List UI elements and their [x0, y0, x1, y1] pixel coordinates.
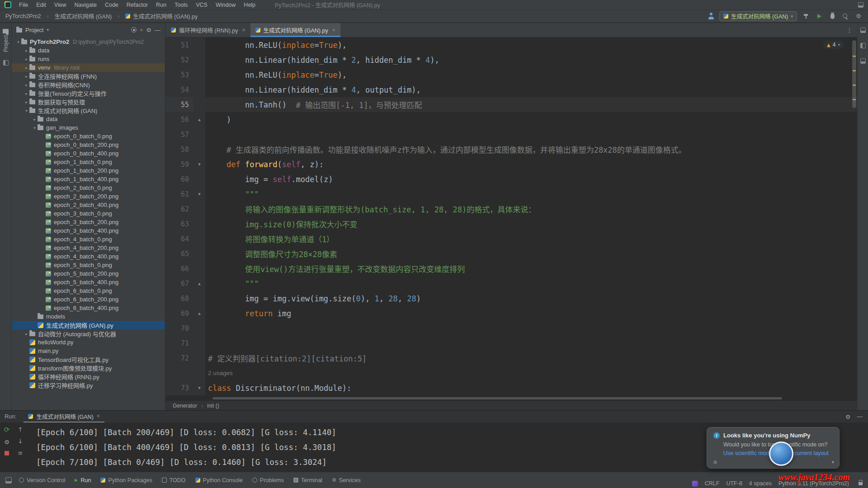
status-item-terminal[interactable]: ›Terminal	[293, 477, 322, 483]
tree-item[interactable]: epoch_4_batch_200.png	[12, 244, 165, 252]
settings-button[interactable]: ⚙	[854, 12, 863, 20]
line-separator-widget[interactable]: CRLF	[705, 480, 720, 487]
menu-item-tools[interactable]: Tools	[170, 0, 192, 9]
tree-item[interactable]: ▸张量(Tensor)的定义与操作	[12, 89, 165, 98]
menu-item-vcs[interactable]: VCS	[192, 0, 212, 9]
close-icon[interactable]: ×	[332, 27, 335, 33]
run-tab[interactable]: 生成式对抗网络 (GAN) ×	[24, 411, 104, 422]
debug-button[interactable]	[828, 12, 836, 20]
breadcrumb-item[interactable]: PyTorch2Pro2	[5, 13, 41, 19]
tree-expand-icon[interactable]: ▸	[24, 100, 29, 104]
tree-item[interactable]: 迁移学习神经网络.py	[12, 381, 165, 389]
tree-item[interactable]: epoch_3_batch_0.png	[12, 209, 165, 218]
editor-tab[interactable]: 循环神经网络 (RNN).py×	[166, 23, 250, 37]
tree-item[interactable]: epoch_0_batch_400.png	[12, 149, 165, 158]
search-everywhere-button[interactable]	[841, 12, 849, 20]
build-button[interactable]	[802, 12, 810, 20]
notifications-tool-icon[interactable]	[860, 28, 866, 33]
tool-window-switcher-icon[interactable]	[5, 477, 12, 483]
close-icon[interactable]: ×	[242, 27, 245, 33]
tree-expand-icon[interactable]: ▸	[24, 74, 29, 79]
tree-item[interactable]: ▸data	[12, 46, 165, 55]
tree-item[interactable]: ▸自动微分 (Autograd) 与优化器	[12, 329, 165, 338]
tree-expand-icon[interactable]: ▸	[32, 117, 38, 122]
tree-item[interactable]: epoch_1_batch_400.png	[12, 175, 165, 183]
status-item-version-control[interactable]: Version Control	[19, 477, 65, 483]
locate-file-button[interactable]	[131, 27, 137, 33]
tree-item[interactable]: epoch_5_batch_200.png	[12, 269, 165, 278]
tree-item[interactable]: epoch_6_batch_0.png	[12, 286, 165, 295]
structure-tool-icon[interactable]	[3, 60, 9, 66]
tree-expand-icon[interactable]: ▾	[32, 126, 38, 130]
rerun-button[interactable]: ⟳	[4, 427, 10, 433]
menu-item-refactor[interactable]: Refactor	[123, 0, 152, 9]
tree-item[interactable]: 循环神经网络 (RNN).py	[12, 372, 165, 381]
tree-item[interactable]: ▸runs	[12, 55, 165, 63]
scrollbar-thumb[interactable]	[212, 397, 782, 399]
breadcrumb-item[interactable]: 生成式对抗网络 (GAN).py	[133, 12, 198, 20]
run-settings-icon[interactable]: ⚙	[845, 414, 851, 420]
tree-item[interactable]: epoch_1_batch_0.png	[12, 158, 165, 166]
close-icon[interactable]: ×	[97, 413, 100, 419]
menu-item-window[interactable]: Window	[212, 0, 240, 9]
status-item-python-packages[interactable]: Python Packages	[100, 477, 152, 483]
tree-item[interactable]: epoch_1_batch_200.png	[12, 166, 165, 175]
tree-item[interactable]: helloWorld.py	[12, 338, 165, 347]
editor-breadcrumb-item[interactable]: Generator	[173, 403, 197, 409]
tree-item[interactable]: ▸卷积神经网络(CNN)	[12, 80, 165, 89]
fold-icon[interactable]: ▴	[193, 306, 205, 321]
fold-icon[interactable]: ▴	[193, 276, 205, 291]
tree-expand-icon[interactable]: ▸	[24, 91, 29, 96]
tree-item[interactable]: epoch_2_batch_400.png	[12, 201, 165, 209]
tree-expand-icon[interactable]: ▾	[15, 40, 21, 44]
tree-item[interactable]: epoch_3_batch_400.png	[12, 226, 165, 235]
run-button[interactable]	[815, 12, 823, 20]
up-stack-button[interactable]: ↑	[18, 427, 23, 432]
fold-icon[interactable]: ▾	[193, 187, 205, 202]
tree-item[interactable]: epoch_6_batch_200.png	[12, 295, 165, 304]
chevron-down-icon[interactable]: ▾	[832, 460, 834, 465]
scrollbar-thumb[interactable]	[852, 40, 856, 108]
database-tool-icon[interactable]	[860, 58, 866, 64]
tree-item[interactable]: epoch_0_batch_0.png	[12, 132, 165, 141]
tree-item[interactable]: ▾生成式对抗网络 (GAN)	[12, 106, 165, 115]
use-scientific-mode-link[interactable]: Use scientific mode	[723, 450, 772, 456]
tree-item[interactable]: ▾PyTorch2Pro2D:\python_proj\PyTorch2Pro2	[12, 38, 165, 46]
tree-item[interactable]: 生成式对抗网络 (GAN).py	[12, 321, 165, 329]
hide-panel-button[interactable]: —	[155, 27, 160, 33]
editor-horizontal-scrollbar[interactable]	[165, 396, 857, 400]
tree-item[interactable]: ▸全连接神经网络 (FNN)	[12, 72, 165, 80]
tab-options-icon[interactable]: ⋮	[846, 27, 853, 34]
code-editor[interactable]: 51 nn.ReLU(inplace=True),52 nn.Linear(hi…	[165, 38, 857, 396]
tree-item[interactable]: TensorBoard可视化工具.py	[12, 355, 165, 364]
tree-expand-icon[interactable]: ▸	[24, 66, 29, 70]
tree-item[interactable]: epoch_3_batch_200.png	[12, 218, 165, 226]
soft-wrap-button[interactable]: ≡	[18, 450, 23, 456]
menu-item-run[interactable]: Run	[152, 0, 170, 9]
layout-icon[interactable]	[858, 2, 863, 8]
tree-item[interactable]: epoch_0_batch_200.png	[12, 141, 165, 149]
editor-tab[interactable]: 生成式对抗网络 (GAN).py×	[250, 23, 340, 37]
tree-item[interactable]: models	[12, 312, 165, 321]
user-avatar-icon[interactable]	[708, 13, 714, 19]
indent-widget[interactable]: 4 spaces	[749, 480, 772, 487]
tree-item[interactable]: epoch_2_batch_200.png	[12, 192, 165, 201]
menu-item-file[interactable]: File	[15, 0, 32, 9]
collapse-all-button[interactable]: ÷	[140, 27, 143, 33]
status-item-problems[interactable]: Problems	[252, 477, 284, 483]
fold-icon[interactable]: ▴	[193, 112, 205, 127]
menu-item-view[interactable]: View	[50, 0, 71, 9]
editor-vertical-scrollbar[interactable]	[852, 38, 857, 396]
down-stack-button[interactable]: ↓	[18, 438, 23, 444]
tree-item[interactable]: epoch_5_batch_400.png	[12, 278, 165, 286]
hide-panel-icon[interactable]: —	[857, 413, 863, 420]
menu-item-code[interactable]: Code	[101, 0, 123, 9]
menu-item-help[interactable]: Help	[240, 0, 259, 9]
breadcrumb-item[interactable]: 生成式对抗网络 (GAN)	[55, 12, 112, 20]
tree-item[interactable]: epoch_4_batch_400.png	[12, 252, 165, 261]
tree-expand-icon[interactable]: ▸	[24, 83, 29, 87]
chevron-down-icon[interactable]: ▾	[47, 28, 49, 32]
tree-item[interactable]: epoch_2_batch_0.png	[12, 183, 165, 192]
tree-item[interactable]: transform图像预处理模块.py	[12, 364, 165, 372]
menu-item-edit[interactable]: Edit	[32, 0, 50, 9]
